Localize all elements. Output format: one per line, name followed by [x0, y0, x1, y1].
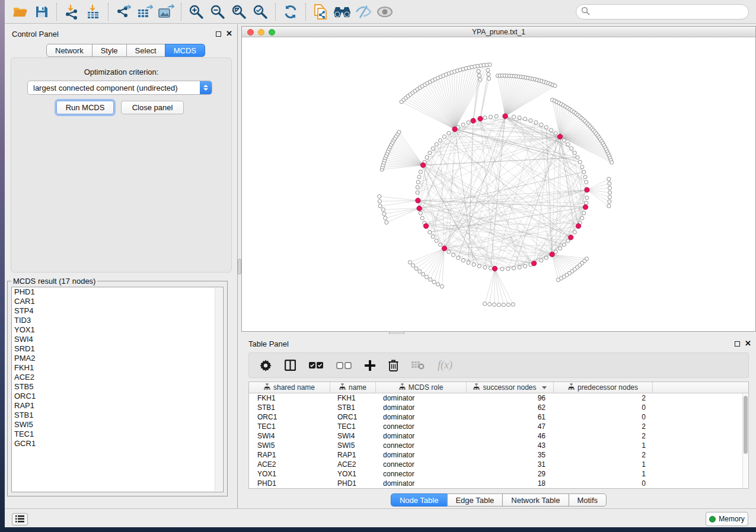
table-row[interactable]: RAP1RAP1dominator352 [249, 450, 742, 460]
deselect-all-icon[interactable] [336, 362, 352, 369]
minimize-window-icon[interactable] [258, 29, 264, 36]
add-icon[interactable] [365, 360, 375, 371]
mcds-result-item[interactable]: GCR1 [12, 439, 223, 448]
table-header: shared name name MCDS role successo [249, 382, 748, 393]
result-scrollbar[interactable] [215, 288, 222, 491]
mcds-result-item[interactable]: TID3 [12, 316, 223, 325]
select-arrows-icon [200, 81, 212, 94]
network-window-titlebar[interactable]: YPA_prune.txt_1 [242, 27, 755, 37]
select-all-icon[interactable] [309, 362, 323, 369]
table-row[interactable]: STB1STB1dominator620 [249, 403, 742, 412]
table-cell: STB1 [330, 403, 376, 412]
mcds-result-item[interactable]: TEC1 [12, 430, 223, 439]
columns-icon[interactable] [285, 360, 296, 371]
export-table-button[interactable] [134, 2, 155, 21]
save-button[interactable] [31, 2, 52, 21]
float-panel-icon[interactable] [735, 341, 740, 347]
run-mcds-button[interactable]: Run MCDS [56, 101, 114, 114]
table-cell: dominator [376, 450, 467, 460]
table-row[interactable]: PHD1PHD1dominator180 [249, 479, 742, 488]
toolbar-separator [181, 3, 181, 21]
close-panel-icon[interactable]: ✕ [745, 341, 751, 347]
zoom-selected-button[interactable] [250, 2, 271, 21]
open-button[interactable] [9, 2, 31, 21]
tab-motifs[interactable]: Motifs [568, 493, 607, 507]
mcds-result-item[interactable]: SWI4 [12, 335, 223, 344]
mcds-result-item[interactable]: SWI5 [12, 420, 223, 430]
show-all-button[interactable] [374, 2, 395, 21]
gear-icon[interactable] [260, 360, 272, 371]
mcds-result-item[interactable]: RAP1 [12, 401, 223, 411]
tab-node-table[interactable]: Node Table [391, 493, 448, 507]
zoom-in-button[interactable] [186, 2, 207, 21]
hide-selected-button[interactable] [353, 2, 374, 21]
close-panel-button[interactable]: Close panel [121, 101, 184, 114]
mcds-result-item[interactable]: PHD1 [12, 287, 223, 297]
table-row[interactable]: FKH1FKH1dominator962 [249, 393, 742, 403]
mcds-result-item[interactable]: STB1 [12, 411, 223, 420]
vertical-splitter[interactable] [237, 24, 241, 508]
table-cell: 47 [467, 422, 554, 431]
zoom-fit-button[interactable] [228, 2, 250, 21]
mcds-result-item[interactable]: ACE2 [12, 373, 223, 382]
table-cell: PHD1 [330, 479, 376, 488]
memory-button[interactable]: Memory [706, 512, 748, 526]
function-icon[interactable]: f(x) [438, 359, 452, 371]
mcds-result-item[interactable]: FKH1 [12, 363, 223, 373]
table-row[interactable]: ORC1ORC1dominator610 [249, 412, 742, 422]
import-network-button[interactable] [61, 2, 82, 21]
attribute-icon [339, 383, 346, 392]
column-header-name[interactable]: name [330, 382, 376, 393]
column-header-mcds-role[interactable]: MCDS role [376, 382, 467, 393]
column-header-predecessor-nodes[interactable]: predecessor nodes [554, 382, 653, 393]
list-icon [15, 514, 24, 525]
export-network-button[interactable] [113, 2, 134, 21]
network-file-button[interactable] [310, 2, 331, 21]
mcds-result-item[interactable]: YOX1 [12, 325, 223, 335]
close-panel-icon[interactable]: ✕ [226, 31, 232, 37]
network-graph[interactable] [242, 37, 755, 331]
mcds-result-item[interactable]: STB5 [12, 382, 223, 392]
mcds-result-item[interactable]: PMA2 [12, 354, 223, 363]
table-scrollbar[interactable] [742, 393, 748, 488]
network-canvas[interactable] [242, 37, 755, 331]
tab-edge-table[interactable]: Edge Table [446, 493, 503, 507]
attribute-icon [568, 383, 575, 392]
close-window-icon[interactable] [247, 29, 254, 36]
float-panel-icon[interactable] [216, 31, 221, 37]
search-box [576, 4, 749, 20]
mcds-result-item[interactable]: CAR1 [12, 297, 223, 306]
mcds-result-item[interactable]: STP4 [12, 306, 223, 316]
table-row[interactable]: ACE2ACE2connector311 [249, 460, 742, 469]
refresh-button[interactable] [280, 2, 301, 21]
tab-select[interactable]: Select [126, 44, 165, 57]
first-neighbors-button[interactable] [331, 2, 353, 21]
zoom-selected-icon [253, 4, 268, 20]
delete-table-icon[interactable] [412, 361, 425, 370]
criterion-select[interactable]: largest connected component (undirected) [27, 81, 212, 95]
import-table-button[interactable] [82, 2, 104, 21]
export-image-button[interactable] [155, 2, 177, 21]
delete-icon[interactable] [388, 360, 398, 371]
maximize-window-icon[interactable] [269, 29, 275, 36]
table-cell: 1 [554, 441, 653, 450]
search-input[interactable] [594, 6, 748, 18]
tab-style[interactable]: Style [92, 44, 127, 57]
column-header-successor-nodes[interactable]: successor nodes [467, 382, 554, 393]
table-row[interactable]: TEC1TEC1connector472 [249, 422, 742, 431]
mcds-result-item[interactable]: SRD1 [12, 344, 223, 354]
tab-mcds[interactable]: MCDS [165, 44, 205, 57]
scrollbar-thumb[interactable] [744, 396, 748, 454]
tab-network-table[interactable]: Network Table [502, 493, 569, 507]
zoom-out-button[interactable] [207, 2, 228, 21]
tab-network[interactable]: Network [46, 44, 92, 57]
column-header-shared-name[interactable]: shared name [249, 382, 330, 393]
table-cell: 61 [467, 412, 554, 422]
task-history-button[interactable] [12, 513, 28, 525]
table-row[interactable]: SWI4SWI4dominator462 [249, 431, 742, 441]
table-cell: dominator [376, 479, 467, 488]
table-row[interactable]: SWI5SWI5connector431 [249, 441, 742, 450]
hide-selected-icon [355, 5, 372, 19]
mcds-result-item[interactable]: ORC1 [12, 392, 223, 401]
table-row[interactable]: YOX1YOX1connector291 [249, 469, 742, 479]
